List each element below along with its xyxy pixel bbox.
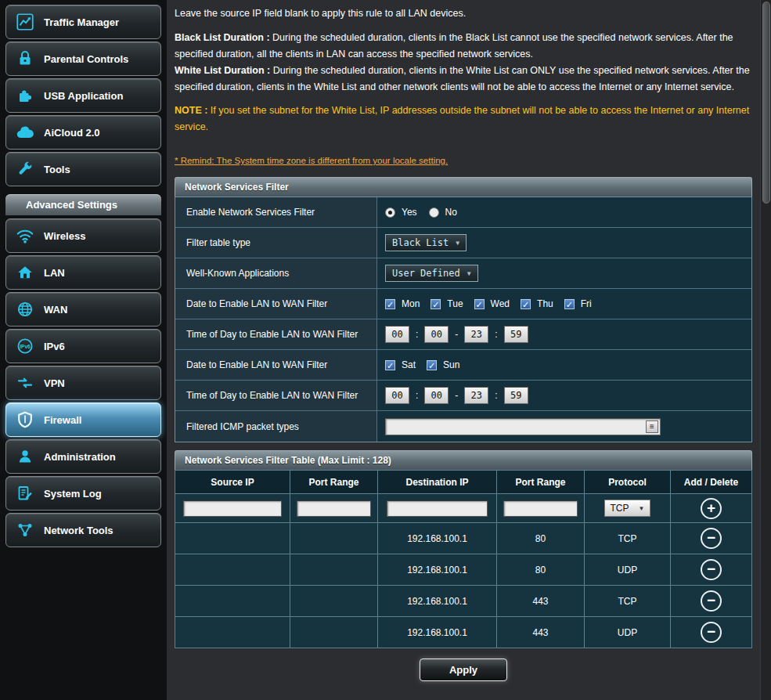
dest-port-input[interactable] bbox=[503, 500, 578, 517]
sidebar-item-system-log[interactable]: System Log bbox=[5, 476, 161, 511]
vertical-scrollbar[interactable] bbox=[760, 0, 771, 700]
delete-rule-button[interactable]: − bbox=[701, 590, 722, 612]
cell-source-ip bbox=[175, 523, 290, 554]
sidebar-item-label: Administration bbox=[44, 451, 116, 463]
ipv6-icon: IPv6 bbox=[13, 337, 38, 355]
sidebar-item-ipv6[interactable]: IPv6 IPv6 bbox=[5, 329, 161, 363]
thu-checkbox[interactable]: ✓ bbox=[521, 299, 531, 309]
dest-ip-input[interactable] bbox=[387, 500, 488, 517]
weekend-checkbox-group: ✓ Sat ✓ Sun bbox=[377, 350, 751, 380]
timezone-remind-link[interactable]: * Remind: The System time zone is differ… bbox=[175, 153, 448, 169]
fri-checkbox[interactable]: ✓ bbox=[564, 299, 575, 309]
person-icon bbox=[13, 447, 38, 466]
end-hour-input[interactable] bbox=[464, 387, 488, 404]
delete-rule-button[interactable]: − bbox=[701, 622, 722, 643]
sidebar-item-wan[interactable]: WAN bbox=[5, 292, 161, 327]
sidebar-item-label: AiCloud 2.0 bbox=[44, 127, 100, 139]
puzzle-icon bbox=[13, 86, 38, 105]
sidebar: Traffic Manager Parental Controls USB Ap… bbox=[0, 0, 167, 700]
scrollbar-thumb[interactable] bbox=[762, 2, 770, 204]
cell-source-ip bbox=[175, 554, 290, 586]
table-header-row: Source IP Port Range Destination IP Port… bbox=[175, 471, 752, 494]
end-minute-input[interactable] bbox=[504, 387, 528, 404]
sidebar-item-administration[interactable]: Administration bbox=[5, 439, 161, 474]
col-protocol: Protocol bbox=[585, 471, 671, 494]
sidebar-item-traffic-manager[interactable]: Traffic Manager bbox=[5, 5, 161, 39]
weekend-date-row: Date to Enable LAN to WAN Filter ✓ Sat ✓… bbox=[175, 350, 751, 381]
sidebar-item-vpn[interactable]: VPN bbox=[5, 366, 161, 400]
router-admin-page: Traffic Manager Parental Controls USB Ap… bbox=[0, 0, 771, 700]
protocol-select[interactable]: TCP ▼ bbox=[604, 500, 651, 517]
tue-checkbox[interactable]: ✓ bbox=[431, 299, 441, 309]
apply-row: Apply bbox=[175, 659, 752, 681]
sidebar-item-wireless[interactable]: Wireless bbox=[5, 218, 161, 253]
col-port-range-2: Port Range bbox=[497, 471, 585, 494]
advanced-settings-header: Advanced Settings bbox=[5, 194, 161, 215]
icmp-field-wrap: ≡ bbox=[385, 418, 661, 435]
sidebar-item-firewall[interactable]: Firewall bbox=[5, 402, 161, 437]
start-minute-input[interactable] bbox=[424, 387, 449, 404]
keyboard-helper-icon[interactable]: ≡ bbox=[646, 420, 658, 433]
sun-checkbox[interactable]: ✓ bbox=[427, 360, 437, 370]
port-range-input[interactable] bbox=[297, 500, 371, 517]
fri-label: Fri bbox=[581, 298, 592, 309]
field-label: Filtered ICMP packet types bbox=[175, 411, 377, 442]
sidebar-item-network-tools[interactable]: Network Tools bbox=[5, 513, 161, 547]
field-label: Date to Enable LAN to WAN Filter bbox=[175, 289, 377, 319]
sidebar-item-parental-controls[interactable]: Parental Controls bbox=[5, 41, 161, 76]
start-hour-input[interactable] bbox=[385, 387, 409, 404]
apply-button[interactable]: Apply bbox=[420, 659, 507, 681]
traffic-manager-icon bbox=[13, 12, 38, 32]
wed-checkbox[interactable]: ✓ bbox=[474, 299, 485, 309]
sidebar-item-aicloud[interactable]: AiCloud 2.0 bbox=[5, 115, 161, 150]
sidebar-item-label: System Log bbox=[44, 488, 102, 500]
end-minute-input[interactable] bbox=[504, 326, 528, 343]
start-hour-input[interactable] bbox=[385, 326, 409, 343]
cell-dest-ip: 192.168.100.1 bbox=[378, 554, 497, 586]
icmp-packet-types-input[interactable] bbox=[386, 419, 646, 435]
sidebar-item-label: Firewall bbox=[44, 414, 81, 426]
enable-yes-radio[interactable] bbox=[385, 207, 395, 218]
cell-dest-port: 80 bbox=[497, 523, 585, 554]
well-known-apps-value: User Defined bbox=[392, 268, 460, 279]
enable-filter-row: Enable Network Services Filter Yes No bbox=[175, 197, 751, 228]
sat-checkbox[interactable]: ✓ bbox=[385, 360, 395, 370]
panel-title: Network Services Filter Table (Max Limit… bbox=[175, 450, 752, 470]
icmp-row: Filtered ICMP packet types ≡ bbox=[175, 411, 751, 442]
sidebar-item-label: Wireless bbox=[44, 230, 85, 242]
enable-yes-label: Yes bbox=[402, 207, 417, 218]
sat-label: Sat bbox=[402, 359, 416, 370]
add-rule-button[interactable]: + bbox=[701, 498, 722, 519]
sidebar-item-label: IPv6 bbox=[44, 341, 65, 352]
filter-type-select[interactable]: Black List ▼ bbox=[385, 234, 467, 251]
cell-dest-port: 80 bbox=[497, 554, 585, 586]
delete-rule-button[interactable]: − bbox=[701, 528, 722, 549]
globe-icon bbox=[13, 300, 38, 319]
white-list-term: White List Duration : bbox=[175, 65, 270, 76]
enable-no-radio[interactable] bbox=[429, 207, 439, 218]
well-known-apps-select[interactable]: User Defined ▼ bbox=[385, 265, 478, 282]
weekday-checkbox-group: ✓ Mon ✓ Tue ✓ Wed ✓ Thu ✓ Fri bbox=[377, 289, 751, 319]
chevron-down-icon: ▼ bbox=[456, 240, 459, 247]
new-rule-input-row: TCP ▼ + bbox=[175, 494, 752, 523]
delete-rule-button[interactable]: − bbox=[701, 559, 722, 580]
time-colon: : bbox=[495, 329, 497, 340]
services-filter-table: Source IP Port Range Destination IP Port… bbox=[175, 470, 752, 648]
sidebar-item-usb-application[interactable]: USB Application bbox=[5, 78, 161, 113]
time-dash: - bbox=[455, 390, 458, 401]
cell-port-range bbox=[290, 523, 378, 554]
cloud-icon bbox=[13, 122, 38, 143]
start-minute-input[interactable] bbox=[424, 326, 449, 343]
end-hour-input[interactable] bbox=[464, 326, 488, 343]
mon-checkbox[interactable]: ✓ bbox=[385, 299, 395, 309]
sidebar-item-tools[interactable]: Tools bbox=[5, 152, 161, 186]
time-colon: : bbox=[416, 390, 418, 401]
note-desc: If you set the subnet for the White List… bbox=[175, 105, 749, 132]
black-list-paragraph: Black List Duration : During the schedul… bbox=[175, 30, 752, 63]
cell-dest-ip: 192.168.100.1 bbox=[378, 523, 497, 554]
col-destination-ip: Destination IP bbox=[378, 471, 497, 494]
field-label: Filter table type bbox=[175, 228, 377, 258]
sidebar-item-lan[interactable]: LAN bbox=[5, 255, 161, 290]
cell-port-range bbox=[290, 617, 378, 648]
source-ip-input[interactable] bbox=[183, 500, 282, 517]
